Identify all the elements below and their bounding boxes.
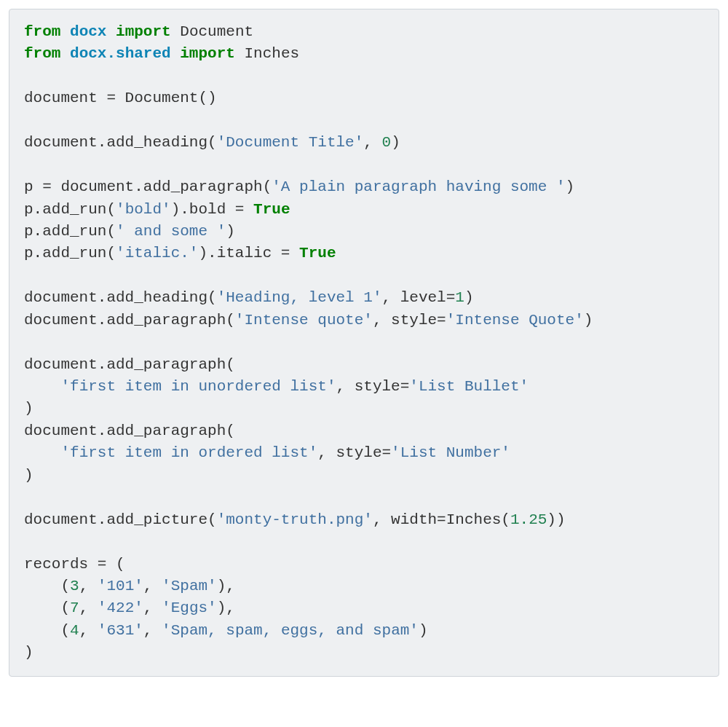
code-text: p.add_run( [24,223,116,240]
code-line: document.add_paragraph('Intense quote', … [24,312,593,329]
code-line: 'first item in ordered list', style='Lis… [24,444,510,461]
code-text: , [79,622,98,639]
code-text: ) [566,178,575,195]
code-line: ) [24,467,33,484]
string-literal: 'first item in ordered list' [60,444,317,461]
string-literal: 'Intense quote' [235,312,373,329]
string-literal: '631' [98,622,143,639]
code-line: ) [24,400,33,417]
code-line: document = Document() [24,90,217,106]
code-line: from docx import Document [24,23,253,40]
keyword-import: import [116,23,171,40]
code-text: ).bold = [171,201,253,218]
code-text: , [79,578,98,594]
identifier: Document [180,23,253,40]
code-text: document.add_paragraph( [24,312,235,329]
code-text: ) [24,644,33,661]
code-text: ) [391,134,400,151]
code-text: , [143,578,162,594]
number-literal: 3 [70,578,79,594]
code-text: ( [24,600,70,616]
code-text: , style= [373,312,446,329]
string-literal: 'A plain paragraph having some ' [272,178,565,195]
code-line: from docx.shared import Inches [24,45,299,62]
string-literal: 'List Number' [391,444,510,461]
code-text: document.add_paragraph( [24,356,235,373]
code-text: p.add_run( [24,201,116,218]
code-text: ) [419,622,428,639]
code-line: document.add_paragraph( [24,356,235,373]
string-literal: 'Heading, level 1' [217,289,382,306]
code-text: , style= [317,444,391,461]
code-text: ) [584,312,593,329]
code-text: , [143,622,162,639]
code-text: )) [547,511,565,528]
code-line: (4, '631', 'Spam, spam, eggs, and spam') [24,622,428,639]
number-literal: 1 [455,289,464,306]
string-literal: 'monty-truth.png' [217,511,373,528]
code-text [24,444,60,461]
code-text: document.add_paragraph( [24,423,235,439]
code-text [24,378,60,395]
code-text: ), [217,600,235,616]
number-literal: 7 [70,600,79,616]
keyword-from: from [24,23,60,40]
code-text: , [79,600,98,616]
code-text: , style= [336,378,409,395]
code-text: ) [24,467,33,484]
code-line: p = document.add_paragraph('A plain para… [24,178,574,195]
string-literal: 'Intense Quote' [446,312,584,329]
string-literal: 'Eggs' [162,600,217,616]
number-literal: 4 [70,622,79,639]
code-line: p.add_run('italic.').italic = True [24,245,336,262]
identifier: Inches [245,45,300,62]
number-literal: 1.25 [510,511,547,528]
string-literal: ' and some ' [116,223,226,240]
code-text: ( [24,578,70,594]
code-text: ).italic = [198,245,299,262]
code-text: , width=Inches( [373,511,510,528]
keyword-from: from [24,45,60,62]
code-line: records = ( [24,556,125,573]
code-text: ) [226,223,235,240]
string-literal: 'List Bullet' [409,378,529,395]
string-literal: 'Spam, spam, eggs, and spam' [162,622,419,639]
code-text: document.add_picture( [24,511,217,528]
code-block: from docx import Document from docx.shar… [9,9,719,677]
code-line: p.add_run(' and some ') [24,223,235,240]
code-text: document.add_heading( [24,134,217,151]
string-literal: 'bold' [116,201,171,218]
string-literal: '422' [98,600,143,616]
code-line: document.add_heading('Document Title', 0… [24,134,400,151]
code-line: (3, '101', 'Spam'), [24,578,235,594]
string-literal: 'Spam' [162,578,217,594]
code-line: p.add_run('bold').bold = True [24,201,290,218]
constant-true: True [299,245,336,262]
string-literal: 'italic.' [116,245,198,262]
code-line: document.add_paragraph( [24,423,235,439]
code-line: document.add_picture('monty-truth.png', … [24,511,566,528]
string-literal: 'first item in unordered list' [60,378,336,395]
code-text: ) [24,400,33,417]
number-literal: 0 [382,134,392,151]
constant-true: True [253,201,290,218]
code-line: 'first item in unordered list', style='L… [24,378,529,395]
code-text: records = ( [24,556,125,573]
code-text: ) [464,289,474,306]
code-text: ), [217,578,235,594]
code-text: document.add_heading( [24,289,217,306]
code-text: p.add_run( [24,245,116,262]
code-line: ) [24,644,33,661]
code-text: p = document.add_paragraph( [24,178,272,195]
code-line: document.add_heading('Heading, level 1',… [24,289,474,306]
module-name: docx.shared [70,45,171,62]
code-text: , [143,600,162,616]
code-text: , level= [382,289,456,306]
module-name: docx [70,23,106,40]
string-literal: 'Document Title' [217,134,364,151]
code-text: ( [24,622,70,639]
code-line: (7, '422', 'Eggs'), [24,600,235,616]
string-literal: '101' [98,578,143,594]
code-text: , [363,134,381,151]
keyword-import: import [180,45,235,62]
